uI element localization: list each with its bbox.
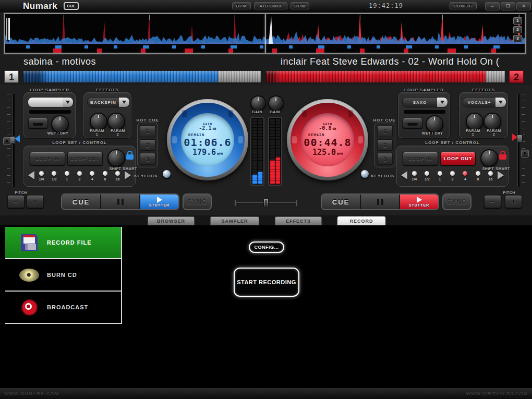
close-button[interactable]: ✕: [516, 2, 531, 10]
deck2-effect-dropdown[interactable]: VOCALS+: [463, 97, 506, 107]
chevron-down-icon[interactable]: [63, 98, 73, 107]
deck1-pause-button[interactable]: [101, 195, 140, 209]
deck1-loop-length-led[interactable]: [77, 171, 82, 176]
deck1-effect-dropdown[interactable]: BACKSPIN: [87, 97, 130, 107]
deck2-hot-cue-2-button[interactable]: 2: [377, 139, 393, 151]
deck2-sample-volume-bar[interactable]: [404, 110, 445, 114]
crossfader[interactable]: [235, 199, 297, 207]
rhythm-window[interactable]: 1 2 3: [4, 13, 526, 54]
deck1-loop-length-led[interactable]: [115, 171, 120, 176]
broadcast-item[interactable]: BROADCAST: [5, 292, 121, 324]
deck2-loop-length-led[interactable]: [412, 171, 417, 176]
vu-segment: [258, 140, 263, 142]
loop-double-arrow-icon[interactable]: [125, 171, 131, 179]
deck2-pitch-handle[interactable]: [517, 135, 523, 142]
deck2-hot-cue-1-button[interactable]: 1: [377, 125, 393, 137]
record-config-button[interactable]: CONFIG...: [249, 241, 284, 253]
deck2-song-position-strip[interactable]: [266, 71, 505, 82]
deck2-play-stutter-button[interactable]: STUTTER: [400, 195, 438, 209]
deck2-pause-button[interactable]: [361, 195, 400, 209]
footer-bar: WWW.NUMARK.COM WWW.VIRTUALDJ.COM: [0, 388, 532, 399]
deck1-shift-knob[interactable]: [107, 149, 125, 167]
deck1-play-stutter-button[interactable]: STUTTER: [140, 195, 178, 209]
tab-sampler[interactable]: SAMPLER: [210, 216, 259, 225]
deck2-pitch-minus-button[interactable]: −: [484, 195, 501, 208]
deck1-param1-knob[interactable]: [90, 113, 107, 130]
record-file-item[interactable]: RECORD FILE: [5, 227, 121, 259]
deck1-sampler-dropdown[interactable]: [28, 97, 74, 107]
deck1-cue-button[interactable]: CUE: [62, 195, 101, 209]
deck2-cue-button[interactable]: CUE: [322, 195, 361, 209]
maximize-button[interactable]: ❐: [501, 2, 515, 10]
deck2-pitch-zero-button[interactable]: [521, 150, 529, 158]
loop-double-arrow-icon[interactable]: [498, 171, 504, 179]
loop-halve-arrow-icon[interactable]: [401, 171, 407, 179]
deck2-loop-in-button[interactable]: LOOP IN: [403, 152, 438, 165]
chevron-down-icon[interactable]: [119, 98, 129, 107]
automix-button[interactable]: AUTOMIX: [254, 2, 287, 9]
crossfader-handle[interactable]: [263, 199, 269, 207]
deck2-jog-wheel[interactable]: GAIN -0.8dB REMAIN 00:44.8 125.0BPM: [287, 99, 368, 180]
bpm-right-button[interactable]: BPM: [291, 2, 309, 9]
deck1-song-position-strip[interactable]: [23, 71, 261, 82]
loop-halve-arrow-icon[interactable]: [28, 171, 34, 179]
wave-zoom-1-button[interactable]: 1: [513, 17, 522, 25]
vu-segment: [258, 166, 263, 169]
config-button[interactable]: CONFIG: [450, 2, 477, 9]
burn-cd-item[interactable]: BURN CD: [5, 259, 121, 292]
deck1-sync-button[interactable]: SYNC: [183, 194, 212, 210]
bpm-left-button[interactable]: BPM: [232, 2, 251, 9]
deck2-sync-button[interactable]: SYNC: [442, 194, 471, 210]
lock-icon[interactable]: [499, 154, 506, 160]
deck1-pitch-minus-button[interactable]: −: [7, 195, 25, 208]
deck2-sampler-dropdown[interactable]: SAXO: [402, 97, 448, 107]
deck2-keylock-button[interactable]: [361, 170, 369, 178]
deck2-loop-length-led[interactable]: [438, 171, 442, 176]
vu-segment: [276, 146, 281, 148]
deck2-param1-knob[interactable]: [466, 113, 483, 130]
deck1-gain-knob[interactable]: [250, 95, 266, 111]
deck1-hot-cue-2-button[interactable]: 2: [140, 139, 155, 151]
tab-record[interactable]: RECORD: [337, 216, 385, 225]
deck1-sample-volume-bar[interactable]: [29, 110, 71, 114]
deck1-loop-length-label: 8: [104, 177, 106, 181]
deck1-loop-length-led[interactable]: [65, 171, 69, 176]
start-recording-button[interactable]: START RECORDING: [234, 268, 299, 297]
deck1-loop-length-led[interactable]: [39, 171, 44, 176]
deck2-loop-length-led[interactable]: [488, 171, 493, 176]
deck1-loop-length-led[interactable]: [52, 171, 56, 176]
deck2-loop-length-led[interactable]: [425, 171, 429, 176]
deck1-sampler-rec-button[interactable]: [28, 118, 48, 128]
chevron-down-icon[interactable]: [495, 98, 506, 107]
deck1-wet-dry-knob[interactable]: [51, 115, 69, 133]
deck1-pitch-zero-button[interactable]: [3, 137, 11, 145]
deck2-shift-knob[interactable]: [480, 149, 498, 167]
tab-browser[interactable]: BROWSER: [148, 216, 195, 225]
deck1-loop-length-led[interactable]: [103, 171, 107, 176]
deck2-loop-length-led[interactable]: [476, 171, 480, 176]
deck1-param2-knob[interactable]: [107, 113, 125, 130]
deck2-param2-knob[interactable]: [483, 113, 501, 130]
deck1-loop-length-led[interactable]: [90, 171, 94, 176]
deck2-pitch-plus-button[interactable]: +: [505, 195, 522, 208]
deck2-wet-dry-knob[interactable]: [426, 115, 443, 133]
deck2-loop-length-led[interactable]: [463, 171, 467, 176]
deck2-hot-cue-3-button[interactable]: 3: [377, 153, 393, 165]
deck1-hot-cue-1-button[interactable]: 1: [140, 125, 155, 137]
deck1-keylock-button[interactable]: [163, 170, 171, 178]
deck1-pitch-plus-button[interactable]: +: [27, 195, 44, 208]
deck2-loop-out-button[interactable]: LOOP OUT: [440, 152, 476, 165]
chevron-down-icon[interactable]: [437, 98, 448, 107]
deck2-gain-knob[interactable]: [268, 95, 284, 111]
deck2-sampler-rec-button[interactable]: [403, 118, 422, 128]
wave-zoom-3-button[interactable]: 3: [513, 35, 522, 42]
deck1-loop-out-button[interactable]: LOOP OUT: [67, 152, 103, 165]
lock-icon[interactable]: [126, 154, 134, 160]
deck1-loop-in-button[interactable]: LOOP IN: [30, 152, 65, 165]
deck1-jog-wheel[interactable]: GAIN -2.1dB REMAIN 01:06.6 179.6BPM: [167, 99, 248, 180]
deck2-loop-length-led[interactable]: [450, 171, 455, 176]
deck1-hot-cue-3-button[interactable]: 3: [140, 153, 155, 165]
tab-effects[interactable]: EFFECTS: [275, 216, 322, 225]
minimize-button[interactable]: ‒: [485, 2, 500, 10]
wave-zoom-2-button[interactable]: 2: [513, 26, 522, 33]
